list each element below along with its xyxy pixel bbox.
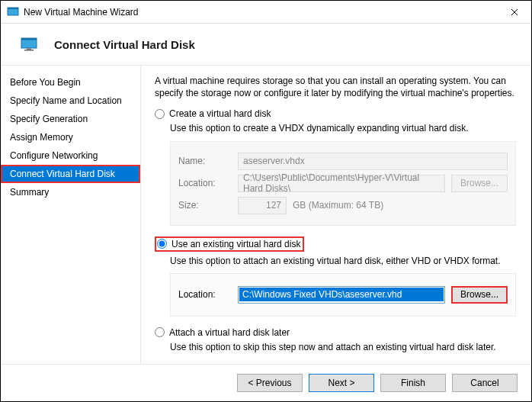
wizard-body: Before You Begin Specify Name and Locati… [1,65,531,364]
option-later: Attach a virtual hard disk later Use thi… [155,327,518,353]
wizard-icon [7,6,19,18]
steps-sidebar: Before You Begin Specify Name and Locati… [1,66,141,364]
option-create-vhd: Create a virtual hard disk Use this opti… [155,108,518,225]
step-specify-name[interactable]: Specify Name and Location [1,92,140,110]
radio-existing-label: Use an existing virtual hard disk [171,239,300,249]
radio-create-input[interactable] [155,109,165,119]
svg-rect-3 [21,38,37,40]
name-field: aseserver.vhdx [238,153,508,170]
svg-rect-1 [8,8,18,9]
location-field: C:\Users\Public\Documents\Hyper-V\Virtua… [238,175,445,192]
existing-group: Location: C:\Windows Fixed VHDs\aseserve… [170,273,516,317]
step-assign-memory[interactable]: Assign Memory [1,128,140,146]
size-field: 127 [238,197,287,214]
browse-button-disabled: Browse... [451,175,508,192]
existing-location-field[interactable]: C:\Windows Fixed VHDs\aseserver.vhd [238,286,445,304]
wizard-footer: < Previous Next > Finish Cancel [1,364,531,401]
browse-button[interactable]: Browse... [451,286,508,304]
radio-create-label: Create a virtual hard disk [169,108,271,119]
option-existing-vhd: Use an existing virtual hard disk Use th… [155,236,518,317]
next-button[interactable]: Next > [309,374,374,392]
svg-rect-4 [27,48,31,50]
name-label: Name: [178,156,232,166]
titlebar: New Virtual Machine Wizard [1,1,531,24]
main-panel: A virtual machine requires storage so th… [141,66,531,364]
size-unit: GB (Maximum: 64 TB) [293,200,383,211]
window-title: New Virtual Machine Wizard [24,7,497,18]
intro-text: A virtual machine requires storage so th… [155,75,518,99]
existing-location-value: C:\Windows Fixed VHDs\aseserver.vhd [239,288,444,301]
step-before-you-begin[interactable]: Before You Begin [1,73,140,92]
page-header: Connect Virtual Hard Disk [1,24,531,65]
close-icon [511,8,518,16]
location-label: Location: [178,178,232,188]
wizard-window: New Virtual Machine Wizard Connect Virtu… [0,0,532,402]
existing-desc: Use this option to attach an existing vi… [170,255,518,267]
svg-rect-5 [24,50,34,51]
radio-existing-input[interactable] [157,239,167,249]
radio-later-label: Attach a virtual hard disk later [169,327,290,338]
radio-create-vhd[interactable]: Create a virtual hard disk [155,108,518,119]
cancel-button[interactable]: Cancel [452,374,518,392]
radio-later-input[interactable] [155,327,165,337]
step-configure-networking[interactable]: Configure Networking [1,146,140,165]
page-title: Connect Virtual Hard Disk [54,38,195,51]
existing-location-label: Location: [178,289,232,300]
radio-later[interactable]: Attach a virtual hard disk later [155,327,518,338]
create-desc: Use this option to create a VHDX dynamic… [170,122,518,134]
step-specify-generation[interactable]: Specify Generation [1,110,140,128]
step-summary[interactable]: Summary [1,183,140,201]
finish-button[interactable]: Finish [380,374,446,392]
previous-button[interactable]: < Previous [237,374,303,392]
close-button[interactable] [497,1,531,23]
radio-existing-vhd[interactable]: Use an existing virtual hard disk [155,236,304,252]
size-label: Size: [178,200,232,211]
later-desc: Use this option to skip this step now an… [170,341,518,353]
create-group: Name: aseserver.vhdx Location: C:\Users\… [170,141,516,226]
monitor-icon [21,37,37,51]
step-connect-vhd[interactable]: Connect Virtual Hard Disk [1,165,140,183]
